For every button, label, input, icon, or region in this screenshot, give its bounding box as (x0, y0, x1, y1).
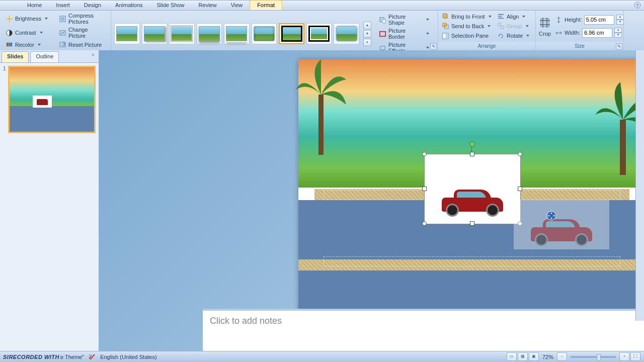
bring-to-front-button[interactable]: Bring to Front (440, 12, 494, 21)
zoom-slider[interactable] (571, 356, 616, 358)
style-thumb-8[interactable] (306, 23, 332, 44)
width-up[interactable]: ▲ (614, 28, 622, 33)
menu-review[interactable]: Review (192, 1, 224, 10)
view-show-button[interactable]: ▣ (529, 352, 539, 361)
menu-animations[interactable]: Animations (108, 1, 149, 10)
menu-slideshow[interactable]: Slide Show (150, 1, 192, 10)
status-bar: SIRECORDED WITH e Theme" English (United… (0, 351, 644, 362)
rotate-button[interactable]: Rotate (496, 31, 531, 41)
width-down[interactable]: ▼ (614, 33, 622, 38)
car-image (440, 182, 505, 217)
crop-button[interactable]: Crop (538, 16, 552, 37)
panel-tabs: Slides Outline × (0, 50, 99, 63)
gallery-spinner: ▲ ▼ ▾ (363, 22, 371, 46)
align-icon (497, 13, 505, 20)
handle-mr[interactable] (518, 187, 522, 191)
slide-canvas[interactable] (298, 59, 644, 320)
compress-icon (59, 15, 66, 23)
subtitle-placeholder[interactable] (324, 256, 620, 266)
selected-picture[interactable] (424, 154, 521, 224)
size-launcher[interactable]: ⬊ (616, 43, 622, 50)
handle-tr[interactable] (518, 152, 522, 156)
style-thumb-5[interactable] (224, 23, 250, 44)
menu-view[interactable]: View (224, 1, 250, 10)
tab-outline[interactable]: Outline (30, 51, 59, 62)
panel-close-button[interactable]: × (90, 52, 97, 59)
style-thumb-6[interactable] (252, 23, 277, 44)
style-thumb-4[interactable] (197, 23, 222, 44)
style-thumb-1[interactable] (114, 23, 140, 44)
zoom-value[interactable]: 72% (542, 354, 553, 360)
handle-tl[interactable] (422, 152, 427, 156)
zoom-out-button[interactable]: − (557, 352, 567, 361)
road-2 (298, 270, 644, 310)
crop-icon (538, 16, 552, 30)
reset-icon (59, 41, 66, 48)
spellcheck-icon[interactable] (88, 353, 96, 360)
slide-thumbnail-1[interactable] (8, 66, 96, 133)
height-up[interactable]: ▲ (616, 15, 624, 20)
group-button[interactable]: Group (496, 21, 531, 31)
send-back-icon (442, 22, 449, 30)
tab-slides[interactable]: Slides (2, 51, 29, 62)
handle-bl[interactable] (422, 221, 427, 226)
menu-design[interactable]: Design (77, 1, 108, 10)
width-input[interactable] (582, 28, 612, 38)
svg-point-2 (8, 17, 11, 20)
view-sorter-button[interactable]: ▦ (518, 352, 528, 361)
change-picture-button[interactable]: Change Picture (56, 26, 108, 40)
menu-format[interactable]: Format (250, 0, 282, 10)
picture-shape-icon (379, 16, 386, 24)
svg-rect-17 (380, 46, 385, 50)
handle-tm[interactable] (470, 152, 474, 156)
align-button[interactable]: Align (496, 12, 531, 21)
height-input[interactable] (584, 15, 614, 25)
reset-picture-button[interactable]: Reset Picture (56, 40, 108, 49)
help-icon[interactable]: ? (634, 2, 641, 9)
gallery-more-button[interactable]: ▾ (363, 39, 371, 46)
ribbon: Brightness Compress Pictures Contrast Ch… (0, 11, 644, 51)
rotate-handle[interactable] (469, 141, 475, 147)
svg-rect-19 (444, 15, 448, 19)
compress-button[interactable]: Compress Pictures (56, 12, 108, 26)
style-thumb-2[interactable] (142, 23, 168, 44)
view-normal-button[interactable]: ▭ (507, 352, 517, 361)
width-label: Width: (565, 30, 580, 36)
svg-rect-30 (541, 19, 549, 27)
menu-home[interactable]: Home (20, 1, 49, 10)
language-label[interactable]: English (United States) (100, 354, 157, 360)
zoom-in-button[interactable]: + (619, 352, 629, 361)
notes-pane[interactable]: Click to add notes (203, 309, 644, 351)
brightness-button[interactable]: Brightness (3, 12, 54, 26)
car-ghost (529, 211, 594, 246)
gallery-up-button[interactable]: ▲ (363, 22, 371, 29)
picture-shape-button[interactable]: Picture Shape (376, 13, 432, 27)
style-thumb-9[interactable] (334, 23, 359, 44)
send-to-back-button[interactable]: Send to Back (440, 21, 494, 31)
recolor-button[interactable]: Recolor (3, 40, 54, 49)
height-down[interactable]: ▼ (616, 20, 624, 25)
group-picture-styles: ▲ ▼ ▾ Picture Shape Picture Border Pictu… (111, 11, 438, 51)
style-thumb-3[interactable] (169, 23, 195, 44)
move-cursor-icon (546, 211, 556, 221)
recording-badge: SIRECORDED WITH (3, 354, 59, 360)
contrast-button[interactable]: Contrast (3, 26, 54, 40)
svg-rect-10 (7, 43, 9, 47)
palm-left-icon (293, 54, 349, 155)
bring-front-icon (442, 13, 449, 20)
svg-rect-29 (446, 33, 449, 39)
menu-insert[interactable]: Insert (49, 1, 77, 10)
recolor-icon (6, 41, 13, 48)
fit-window-button[interactable]: ⛶ (630, 352, 640, 361)
group-size: Crop Height: ▲▼ Width: ▲▼ Size ⬊ (536, 11, 624, 51)
gallery-down-button[interactable]: ▼ (363, 30, 371, 38)
slide-editor[interactable]: Click to add notes (99, 50, 644, 351)
slides-panel: Slides Outline × 1 (0, 50, 99, 351)
handle-ml[interactable] (422, 187, 427, 191)
vscrollbar[interactable] (635, 50, 644, 321)
handle-bm[interactable] (470, 221, 474, 226)
picture-border-button[interactable]: Picture Border (376, 27, 432, 41)
style-thumb-7-selected[interactable] (279, 23, 304, 44)
styles-launcher[interactable]: ⬊ (430, 43, 437, 50)
selection-pane-button[interactable]: Selection Pane (440, 31, 494, 41)
